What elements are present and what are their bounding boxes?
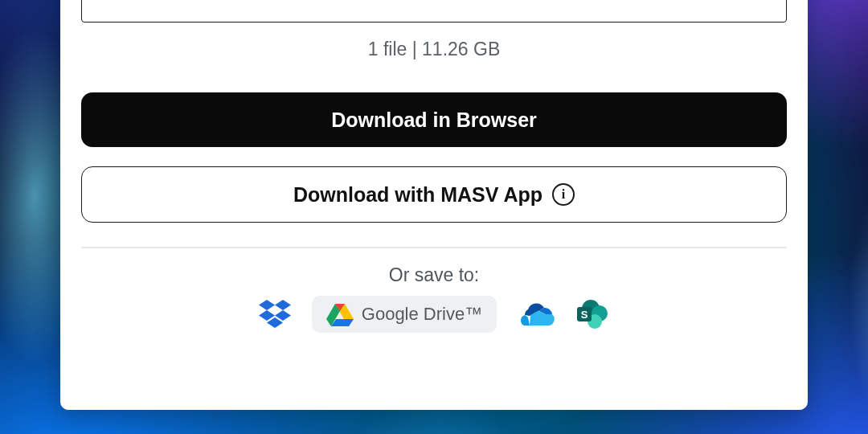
onedrive-icon (518, 302, 555, 326)
download-with-app-button[interactable]: Download with MASV App i (81, 166, 787, 223)
dropbox-button[interactable] (259, 300, 291, 329)
svg-marker-0 (259, 300, 275, 310)
download-with-app-label: Download with MASV App (293, 183, 542, 207)
file-summary: 1 file | 11.26 GB (81, 39, 787, 60)
download-in-browser-button[interactable]: Download in Browser (81, 92, 787, 147)
google-drive-label: Google Drive™ (362, 304, 482, 325)
input-area[interactable] (81, 0, 787, 23)
svg-marker-1 (275, 300, 291, 310)
google-drive-button[interactable]: Google Drive™ (312, 296, 497, 333)
google-drive-icon (326, 302, 354, 326)
sharepoint-button[interactable]: S (575, 299, 609, 330)
onedrive-button[interactable] (518, 302, 555, 326)
save-to-prompt: Or save to: (81, 264, 787, 286)
info-icon[interactable]: i (552, 183, 575, 206)
sharepoint-icon: S (575, 299, 609, 330)
divider (81, 247, 787, 248)
download-in-browser-label: Download in Browser (331, 108, 537, 132)
svg-text:S: S (581, 309, 588, 321)
dropbox-icon (259, 300, 291, 329)
cloud-targets: Google Drive™ S (81, 296, 787, 333)
download-card: 1 file | 11.26 GB Download in Browser Do… (60, 0, 808, 410)
